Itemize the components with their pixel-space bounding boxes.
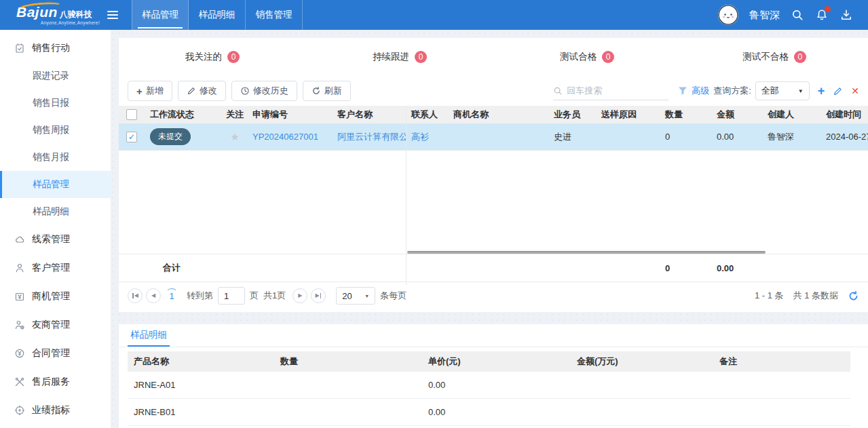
sidebar-item-sales-action[interactable]: 销售行动 [0, 34, 111, 62]
sidebar-item-label: 销售行动 [32, 42, 70, 54]
column-header[interactable]: 数量 [660, 109, 711, 121]
column-header[interactable]: 金额 [711, 109, 762, 121]
tab-sales-management[interactable]: 销售管理 [246, 0, 303, 30]
total-pages: 共1页 [263, 290, 286, 302]
counter-badge[interactable]: 0 [227, 51, 240, 63]
detail-row[interactable]: JRNE-B01 0.00 [128, 399, 850, 426]
first-page-icon: ◀ [134, 293, 138, 298]
select-all-checkbox[interactable] [126, 109, 137, 120]
pencil-icon [833, 86, 843, 96]
counter-badge[interactable]: 0 [415, 51, 427, 63]
amount-cell: 0.00 [711, 132, 762, 142]
button-label: 修改 [200, 85, 217, 97]
sidebar-item-customers[interactable]: 客户管理 [0, 254, 111, 282]
star-icon[interactable]: ★ [230, 131, 239, 143]
contact-link[interactable]: 高衫 [411, 132, 429, 142]
chevron-down-icon: ▼ [364, 294, 369, 298]
sidebar-item-collaboration[interactable]: 销售协同 [0, 425, 111, 428]
toolbar: + 新增 修改 修改历史 刷新 [119, 76, 868, 106]
column-header[interactable]: 关注 [223, 109, 247, 121]
total-label: 合计 [145, 262, 223, 274]
page-size-select[interactable]: 20 ▼ [336, 287, 375, 305]
sidebar-item-weekly-report[interactable]: 销售周报 [0, 117, 111, 144]
sidebar-item-follow-records[interactable]: 跟进记录 [0, 62, 111, 90]
add-button[interactable]: + 新增 [128, 81, 172, 101]
customer-link[interactable]: 阿里云计算有限公司 [337, 132, 406, 142]
column-header[interactable]: 创建人 [762, 109, 820, 121]
sidebar-item-label: 销售月报 [33, 151, 69, 163]
table-header: 工作流状态 关注 申请编号 客户名称 联系人 商机名称 业务员 送样原因 数量 … [119, 106, 868, 123]
column-header[interactable]: 创建时间 [820, 109, 868, 121]
column-header[interactable]: 工作流状态 [145, 109, 223, 121]
edit-history-button[interactable]: 修改历史 [231, 81, 297, 101]
row-checkbox[interactable]: ✓ [126, 132, 137, 142]
table-row[interactable]: ✓ 未提交 ★ YP20240627001 阿里云计算有限公司 高衫 史进 0 … [119, 123, 868, 151]
goto-suffix: 页 [250, 290, 259, 302]
bell-icon[interactable] [815, 8, 829, 22]
sidebar-item-monthly-report[interactable]: 销售月报 [0, 144, 111, 171]
add-query-plan-button[interactable]: + [818, 85, 825, 97]
cloud-icon [14, 234, 25, 246]
sidebar-item-sample-management[interactable]: 样品管理 [0, 171, 111, 198]
search-icon[interactable] [791, 8, 804, 22]
column-header[interactable]: 商机名称 [448, 109, 548, 121]
query-plan-value: 全部 [761, 85, 779, 97]
advanced-search-link[interactable]: 高级 [692, 85, 709, 97]
apply-no-link[interactable]: YP20240627001 [252, 132, 318, 142]
detail-row[interactable]: JRNE-A01 0.00 [128, 372, 850, 399]
goto-page-input[interactable] [218, 287, 245, 305]
app-logo[interactable]: Bajun 八骏科技 Anyone,Anytime,Anywhere! [0, 0, 107, 30]
sidebar-item-label: 客户管理 [32, 262, 70, 274]
last-page-icon: ▶ [315, 293, 319, 298]
sidebar-item-after-sales[interactable]: 售后服务 [0, 368, 111, 396]
tab-sample-detail[interactable]: 样品明细 [189, 0, 246, 30]
refresh-button[interactable]: 刷新 [303, 81, 351, 101]
sidebar-item-leads[interactable]: 线索管理 [0, 225, 111, 254]
horizontal-scrollbar[interactable] [407, 251, 766, 254]
first-page-button[interactable]: ◀ [128, 288, 143, 303]
username[interactable]: 鲁智深 [749, 9, 780, 22]
sidebar-item-kpi[interactable]: 业绩指标 [0, 396, 111, 425]
column-header[interactable]: 客户名称 [332, 109, 406, 121]
last-page-button[interactable]: ▶ [311, 288, 326, 303]
delete-query-plan-button[interactable]: ✕ [851, 86, 859, 96]
current-page[interactable]: 1 [164, 288, 179, 303]
column-header[interactable]: 联系人 [406, 109, 448, 121]
column-header[interactable]: 送样原因 [596, 109, 660, 121]
download-icon[interactable] [839, 8, 853, 22]
next-page-button[interactable]: ▶ [293, 288, 307, 303]
sidebar-item-opportunities[interactable]: 商机管理 [0, 282, 111, 311]
filter-funnel-icon[interactable] [678, 86, 687, 96]
main-content: 我关注的 0 持续跟进 0 测试合格 0 测试不合格 0 + 新增 [119, 38, 868, 428]
tab-label: 样品管理 [142, 9, 178, 21]
status-counters: 我关注的 0 持续跟进 0 测试合格 0 测试不合格 0 [119, 38, 868, 76]
sidebar-item-label: 友商管理 [32, 319, 70, 331]
query-plan-select[interactable]: 全部 ▼ [755, 81, 810, 100]
refresh-list-button[interactable] [848, 290, 859, 302]
sidebar-item-partners[interactable]: 友商管理 [0, 311, 111, 339]
price-cell: 0.00 [422, 407, 571, 417]
sidebar-item-sample-detail[interactable]: 样品明细 [0, 198, 111, 225]
edit-query-plan-button[interactable] [833, 86, 843, 96]
counter-badge[interactable]: 0 [794, 51, 806, 63]
total-amount: 0.00 [711, 263, 762, 273]
column-header[interactable]: 申请编号 [247, 109, 332, 121]
sidebar-item-label: 销售周报 [33, 124, 69, 136]
page-size-value: 20 [342, 291, 352, 301]
sidebar-item-daily-report[interactable]: 销售日报 [0, 90, 111, 117]
tools-icon [14, 376, 25, 388]
column-header[interactable]: 业务员 [548, 109, 596, 121]
column-header: 备注 [713, 355, 850, 368]
user-avatar[interactable] [718, 5, 738, 25]
edit-button[interactable]: 修改 [178, 81, 226, 101]
tab-sample-management[interactable]: 样品管理 [132, 0, 189, 30]
prev-page-button[interactable]: ◀ [146, 288, 161, 303]
column-header: 数量 [274, 355, 422, 368]
counter-badge[interactable]: 0 [602, 51, 614, 63]
menu-icon[interactable] [107, 0, 132, 30]
tab-detail-items[interactable]: 样品明细 [128, 329, 170, 347]
search-input[interactable] [567, 85, 655, 96]
search-icon [553, 86, 563, 96]
pagination: ◀ ◀ 1 转到第 页 共1页 ▶ ▶ 20 ▼ 条每页 1 - 1 条 共 1… [119, 282, 868, 309]
sidebar-item-contracts[interactable]: 合同管理 [0, 339, 111, 368]
